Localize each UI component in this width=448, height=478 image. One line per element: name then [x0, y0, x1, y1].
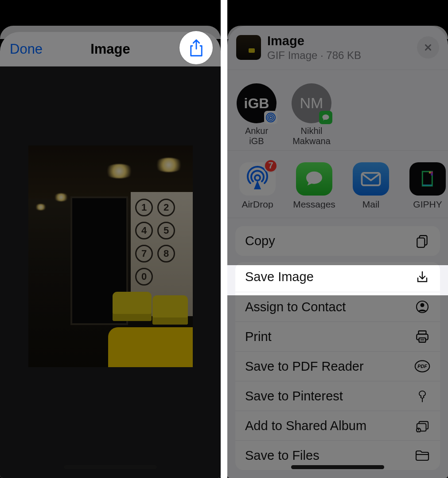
- svg-point-14: [421, 303, 425, 307]
- airdrop-badge-icon: [264, 111, 277, 124]
- preview-card: Done Image 1 2 4 5: [0, 32, 221, 478]
- action-save-pdf-reader[interactable]: Save to PDF Reader PDF: [235, 351, 440, 381]
- action-label: Copy: [245, 234, 275, 248]
- action-label: Save to Files: [245, 448, 319, 463]
- avatar-initials: NM: [300, 94, 323, 112]
- action-copy[interactable]: Copy: [235, 226, 440, 256]
- action-label: Save Image: [245, 270, 314, 284]
- svg-rect-10: [422, 185, 432, 186]
- svg-rect-8: [431, 174, 432, 176]
- action-add-shared-album[interactable]: Add to Shared Album: [235, 411, 440, 440]
- svg-rect-12: [417, 238, 425, 247]
- share-sheet-screen: Image GIF Image · 786 KB iGB: [227, 0, 448, 478]
- svg-rect-6: [422, 172, 432, 186]
- action-group-main: Save Image Assign to Contact: [235, 262, 440, 470]
- share-sheet-header: Image GIF Image · 786 KB: [227, 26, 448, 70]
- share-sheet: Image GIF Image · 786 KB iGB: [227, 26, 448, 478]
- header-thumbnail[interactable]: [236, 35, 261, 60]
- print-icon: [414, 329, 430, 345]
- close-button[interactable]: [417, 36, 439, 59]
- action-label: Print: [245, 329, 272, 344]
- svg-point-1: [269, 116, 272, 119]
- svg-point-2: [268, 114, 274, 120]
- app-airdrop[interactable]: 7 AirDrop: [235, 162, 280, 209]
- apps-row[interactable]: 7 AirDrop Messages: [227, 151, 448, 218]
- download-icon: [414, 269, 430, 285]
- status-bar: [227, 0, 448, 26]
- svg-point-25: [418, 429, 419, 430]
- actions-block: Copy Save Image: [227, 218, 448, 478]
- action-group-copy: Copy: [235, 226, 440, 256]
- contact-ankur-igb[interactable]: iGB AnkuriGB: [235, 83, 278, 141]
- share-button-highlight[interactable]: [179, 31, 213, 64]
- app-label: AirDrop: [234, 199, 280, 209]
- pdf-icon: PDF: [414, 358, 430, 374]
- app-label: Mail: [348, 199, 394, 209]
- svg-text:iGB: iGB: [244, 95, 269, 111]
- action-save-image[interactable]: Save Image: [235, 262, 440, 292]
- app-giphy[interactable]: GIPHY: [405, 162, 448, 209]
- action-label: Save to PDF Reader: [245, 359, 364, 374]
- pin-icon: [414, 388, 430, 404]
- action-print[interactable]: Print: [235, 321, 440, 351]
- home-indicator[interactable]: [291, 465, 384, 469]
- header-subtitle: GIF Image · 786 KB: [267, 49, 361, 62]
- status-bar: [0, 0, 221, 26]
- contact-nikhil-makwana[interactable]: NM NikhilMakwana: [290, 83, 333, 141]
- app-label: GIPHY: [405, 199, 448, 209]
- contact-name: NikhilMakwana: [292, 126, 331, 146]
- action-save-pinterest[interactable]: Save to Pinterest: [235, 381, 440, 411]
- app-mail[interactable]: Mail: [349, 162, 393, 209]
- folder-icon: [414, 447, 430, 463]
- app-messages[interactable]: Messages: [292, 162, 336, 209]
- action-label: Save to Pinterest: [245, 389, 343, 404]
- header-title: Image: [267, 34, 361, 48]
- shared-album-icon: [414, 418, 430, 434]
- preview-image[interactable]: 1 2 4 5 7 8 0: [28, 145, 193, 367]
- airdrop-badge-count: 7: [264, 159, 278, 173]
- svg-point-4: [255, 175, 260, 180]
- copy-icon: [414, 233, 430, 249]
- contact-name: AnkuriGB: [245, 126, 268, 146]
- svg-rect-7: [431, 172, 432, 173]
- app-label: Messages: [291, 199, 337, 209]
- action-assign-contact[interactable]: Assign to Contact: [235, 292, 440, 321]
- svg-rect-9: [429, 172, 431, 173]
- home-indicator[interactable]: [64, 465, 157, 469]
- svg-text:PDF: PDF: [417, 364, 427, 369]
- action-label: Assign to Contact: [245, 300, 346, 314]
- done-button[interactable]: Done: [10, 41, 43, 57]
- action-label: Add to Shared Album: [245, 419, 366, 433]
- preview-screen: Done Image 1 2 4 5: [0, 0, 221, 478]
- messages-badge-icon: [319, 111, 332, 124]
- preview-body: 1 2 4 5 7 8 0: [0, 67, 221, 478]
- contacts-row[interactable]: iGB AnkuriGB: [227, 70, 448, 151]
- contact-icon: [414, 299, 430, 315]
